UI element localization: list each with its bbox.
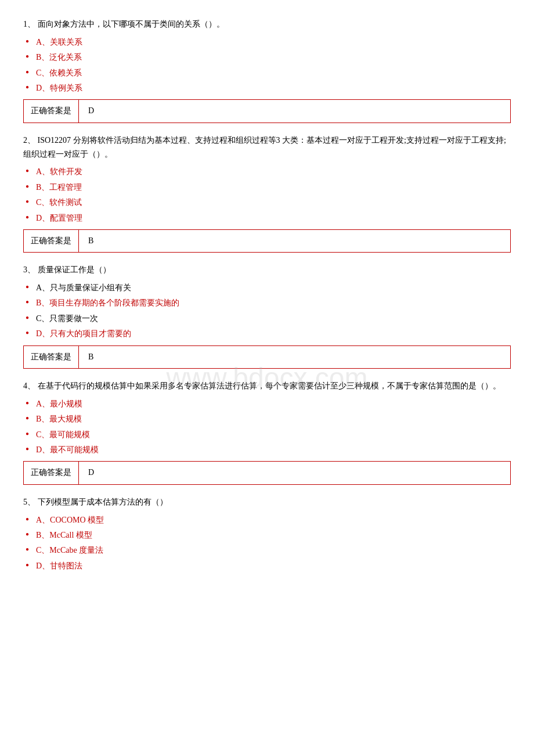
option-q4-C: C、最可能规模 <box>23 429 511 441</box>
answer-label-q3: 正确答案是 <box>24 346 79 368</box>
question-text-q5: 5、 下列模型属于成本估算方法的有（） <box>23 495 511 509</box>
answer-value-q3: B <box>79 346 510 368</box>
option-q1-D: D、特例关系 <box>23 82 511 95</box>
options-list-q1: A、关联关系B、泛化关系C、依赖关系D、特例关系 <box>23 36 511 95</box>
question-q3: 3、 质量保证工作是（）A、只与质量保证小组有关B、项目生存期的各个阶段都需要实… <box>23 263 511 369</box>
option-q1-B: B、泛化关系 <box>23 51 511 64</box>
answer-box-q3: 正确答案是B <box>23 345 511 369</box>
answer-box-q2: 正确答案是B <box>23 229 511 253</box>
option-q2-D: D、配置管理 <box>23 212 511 225</box>
answer-label-q1: 正确答案是 <box>24 100 79 122</box>
option-q5-D: D、甘特图法 <box>23 560 511 573</box>
option-q1-A: A、关联关系 <box>23 36 511 49</box>
answer-label-q2: 正确答案是 <box>24 230 79 252</box>
answer-box-q1: 正确答案是D <box>23 99 511 123</box>
option-q1-C: C、依赖关系 <box>23 67 511 80</box>
option-q4-B: B、最大规模 <box>23 413 511 426</box>
question-text-q2: 2、 ISO12207 分别将软件活动归结为基本过程、支持过程和组织过程等3 大… <box>23 134 511 161</box>
answer-value-q2: B <box>79 230 510 252</box>
option-q4-D: D、最不可能规模 <box>23 444 511 456</box>
options-list-q3: A、只与质量保证小组有关B、项目生存期的各个阶段都需要实施的C、只需要做一次D、… <box>23 282 511 341</box>
option-q2-A: A、软件开发 <box>23 165 511 178</box>
options-list-q4: A、最小规模B、最大规模C、最可能规模D、最不可能规模 <box>23 398 511 457</box>
answer-label-q4: 正确答案是 <box>24 462 79 484</box>
option-q3-A: A、只与质量保证小组有关 <box>23 282 511 294</box>
answer-value-q1: D <box>79 100 510 122</box>
option-q4-A: A、最小规模 <box>23 398 511 411</box>
question-q5: 5、 下列模型属于成本估算方法的有（）A、COCOMO 模型B、McCall 模… <box>23 495 511 573</box>
question-text-q1: 1、 面向对象方法中，以下哪项不属于类间的关系（）。 <box>23 17 511 31</box>
option-q2-B: B、工程管理 <box>23 181 511 194</box>
option-q2-C: C、软件测试 <box>23 196 511 209</box>
option-q5-B: B、McCall 模型 <box>23 529 511 542</box>
option-q3-C: C、只需要做一次 <box>23 312 511 325</box>
question-q2: 2、 ISO12207 分别将软件活动归结为基本过程、支持过程和组织过程等3 大… <box>23 134 511 253</box>
option-q5-A: A、COCOMO 模型 <box>23 514 511 527</box>
question-q4: 4、 在基于代码行的规模估算中如果采用多名专家估算法进行估算，每个专家需要估计至… <box>23 379 511 485</box>
answer-box-q4: 正确答案是D <box>23 461 511 484</box>
option-q3-D: D、只有大的项目才需要的 <box>23 327 511 340</box>
answer-value-q4: D <box>79 462 510 484</box>
question-q1: 1、 面向对象方法中，以下哪项不属于类间的关系（）。A、关联关系B、泛化关系C、… <box>23 17 511 123</box>
question-text-q4: 4、 在基于代码行的规模估算中如果采用多名专家估算法进行估算，每个专家需要估计至… <box>23 379 511 393</box>
option-q3-B: B、项目生存期的各个阶段都需要实施的 <box>23 297 511 309</box>
question-text-q3: 3、 质量保证工作是（） <box>23 263 511 277</box>
options-list-q5: A、COCOMO 模型B、McCall 模型C、McCabe 度量法D、甘特图法 <box>23 514 511 573</box>
option-q5-C: C、McCabe 度量法 <box>23 544 511 557</box>
main-content: 1、 面向对象方法中，以下哪项不属于类间的关系（）。A、关联关系B、泛化关系C、… <box>23 17 511 573</box>
options-list-q2: A、软件开发B、工程管理C、软件测试D、配置管理 <box>23 165 511 225</box>
